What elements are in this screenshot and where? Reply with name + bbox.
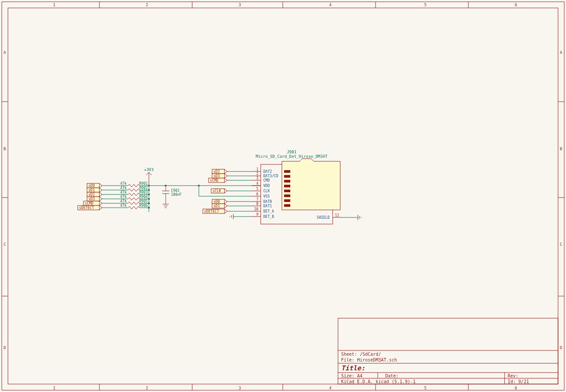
svg-text:R903: R903 xyxy=(139,190,148,194)
svg-text:C: C xyxy=(560,242,562,247)
svg-text:SHIELD: SHIELD xyxy=(317,216,330,220)
frame-cols-bottom: 1 2 3 4 5 6 xyxy=(53,384,517,390)
pin-row-9: 9DET_B xyxy=(230,213,274,219)
svg-text:DAT1: DAT1 xyxy=(263,204,272,208)
pin-shield: SHIELD 11 xyxy=(317,213,361,220)
svg-text:sD0: sD0 xyxy=(88,184,95,188)
svg-rect-102 xyxy=(284,199,290,202)
svg-text:sD2: sD2 xyxy=(213,170,220,174)
svg-text:2: 2 xyxy=(146,386,148,390)
svg-text:3: 3 xyxy=(256,176,258,180)
svg-text:6: 6 xyxy=(515,3,517,7)
frame-cols-top: 1 2 3 4 5 6 xyxy=(53,2,517,8)
svg-text:47k: 47k xyxy=(120,199,127,203)
svg-rect-101 xyxy=(284,194,290,197)
svg-rect-100 xyxy=(284,190,290,192)
svg-text:DET_B: DET_B xyxy=(263,215,274,219)
svg-text:DAT0: DAT0 xyxy=(263,200,272,204)
svg-text:R904: R904 xyxy=(139,195,148,199)
title-block: Sheet: /SdCard/ File: HiroseDM3AT.sch Ti… xyxy=(338,318,558,384)
svg-text:Title:: Title: xyxy=(341,364,365,372)
svg-text:8: 8 xyxy=(256,202,258,206)
svg-text:10: 10 xyxy=(254,207,258,211)
svg-text:sDETECT: sDETECT xyxy=(204,209,219,213)
svg-text:11: 11 xyxy=(335,213,339,217)
svg-rect-96 xyxy=(284,170,290,173)
svg-text:DET_A: DET_A xyxy=(263,209,274,213)
svg-text:CLK: CLK xyxy=(263,189,270,193)
svg-text:Sheet: /SdCard/: Sheet: /SdCard/ xyxy=(341,352,381,357)
svg-text:R901: R901 xyxy=(139,182,148,186)
svg-rect-98 xyxy=(284,180,290,183)
svg-text:4: 4 xyxy=(256,182,258,186)
svg-text:5: 5 xyxy=(256,187,258,191)
svg-text:3: 3 xyxy=(239,386,241,390)
svg-text:2: 2 xyxy=(256,172,258,176)
svg-text:47k: 47k xyxy=(120,195,127,199)
svg-text:4: 4 xyxy=(329,386,331,390)
svg-text:6: 6 xyxy=(256,192,258,196)
svg-text:A: A xyxy=(560,50,562,55)
svg-text:VDD: VDD xyxy=(263,184,270,188)
svg-text:5: 5 xyxy=(424,3,426,7)
power-label: +3V3 xyxy=(144,167,154,172)
svg-text:sD2: sD2 xyxy=(88,193,95,197)
svg-text:1: 1 xyxy=(53,3,55,7)
svg-text:47k: 47k xyxy=(120,182,127,186)
svg-text:sD0: sD0 xyxy=(213,200,220,204)
svg-text:R905: R905 xyxy=(139,199,148,203)
svg-text:R902: R902 xyxy=(139,186,148,190)
svg-text:3: 3 xyxy=(239,3,241,7)
svg-text:DAT2: DAT2 xyxy=(263,170,272,174)
svg-text:Rev:: Rev: xyxy=(508,373,518,378)
svg-text:sD3: sD3 xyxy=(213,174,220,178)
pin-row-5: 6VSS xyxy=(198,185,270,198)
svg-text:4: 4 xyxy=(329,3,331,7)
pin-row-6: 7DAT0 sD0 xyxy=(212,198,272,204)
svg-text:47k: 47k xyxy=(120,204,127,208)
svg-text:sD1: sD1 xyxy=(88,188,95,192)
svg-text:Date:: Date: xyxy=(385,373,399,378)
svg-text:R906: R906 xyxy=(139,204,148,208)
svg-text:VSS: VSS xyxy=(263,194,270,198)
svg-text:Micro_SD_Card_Det_Hirose_DM3AT: Micro_SD_Card_Det_Hirose_DM3AT xyxy=(256,154,328,159)
svg-text:B: B xyxy=(560,147,562,151)
frame-rows-right: A B C D xyxy=(558,50,564,350)
svg-rect-169 xyxy=(338,318,558,384)
svg-text:9: 9 xyxy=(256,213,258,217)
svg-text:1: 1 xyxy=(256,167,258,171)
pin-row-4: 5CLK sCLK xyxy=(211,187,270,193)
frame-rows-left: A B C D xyxy=(2,50,8,350)
svg-text:sCMD: sCMD xyxy=(210,179,218,183)
svg-point-136 xyxy=(198,185,200,186)
svg-text:DAT3/CD: DAT3/CD xyxy=(263,174,278,178)
svg-point-51 xyxy=(148,189,150,191)
pullup-cluster: +3V3 sD0 47k R901 sD1 47k R902 sD2 xyxy=(78,167,261,212)
svg-text:CMD: CMD xyxy=(263,179,270,183)
svg-point-79 xyxy=(148,207,150,209)
svg-rect-103 xyxy=(284,204,290,207)
svg-text:sD3: sD3 xyxy=(88,197,95,201)
connector-j901: J901 Micro_SD_Card_Det_Hirose_DM3AT 1DAT… xyxy=(198,150,361,224)
svg-text:C901: C901 xyxy=(171,189,179,193)
svg-text:sDETECT: sDETECT xyxy=(79,206,94,210)
svg-point-72 xyxy=(148,202,150,204)
svg-text:5: 5 xyxy=(424,386,426,390)
svg-rect-99 xyxy=(284,185,290,187)
svg-text:2: 2 xyxy=(146,3,148,7)
svg-text:Size: A4: Size: A4 xyxy=(341,373,362,378)
svg-text:KiCad E.D.A.  kicad (5.1.9)-1: KiCad E.D.A. kicad (5.1.9)-1 xyxy=(341,379,416,384)
svg-text:100nF: 100nF xyxy=(171,193,182,197)
schematic-canvas: 1 2 3 4 5 6 1 2 3 4 5 6 A B C D A B C D … xyxy=(0,0,566,392)
capacitor: C901 100nF xyxy=(162,186,182,208)
svg-text:sCLK: sCLK xyxy=(213,189,221,193)
svg-text:J901: J901 xyxy=(287,150,296,154)
svg-text:sCMD: sCMD xyxy=(85,202,93,206)
svg-text:B: B xyxy=(4,147,6,151)
svg-text:47k: 47k xyxy=(120,186,127,190)
svg-point-65 xyxy=(148,198,150,200)
svg-point-58 xyxy=(148,194,150,195)
svg-text:47k: 47k xyxy=(120,190,127,194)
svg-text:D: D xyxy=(560,346,562,350)
svg-text:C: C xyxy=(4,242,6,247)
